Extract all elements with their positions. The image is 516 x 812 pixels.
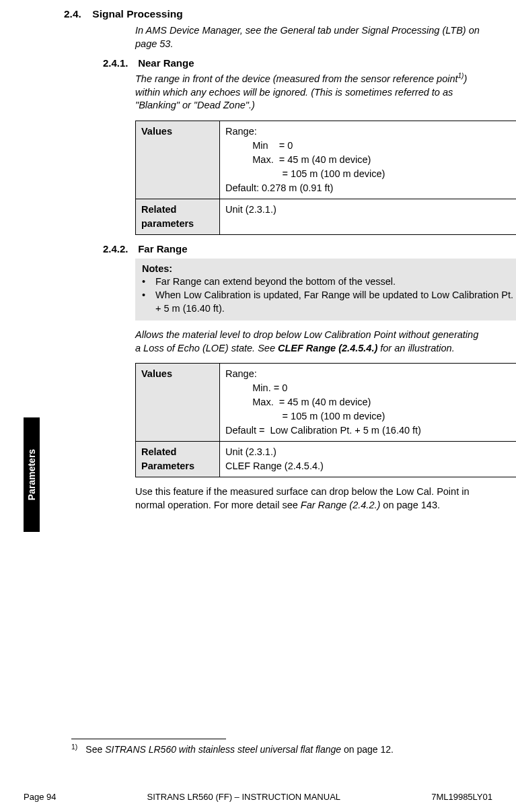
cell-values-label: Values: [136, 364, 220, 442]
heading-2-4-1: 2.4.1. Near Range: [103, 57, 492, 69]
note-item: •Far Range can extend beyond the bottom …: [142, 275, 516, 289]
heading-2-4-2: 2.4.2. Far Range: [103, 243, 492, 255]
heading-num: 2.4.1.: [103, 57, 135, 69]
after-2-4-2: Use this feature if the measured surface…: [135, 485, 486, 512]
cell-related-content: Unit (2.3.1.) CLEF Range (2.4.5.4.): [220, 442, 517, 477]
side-tab-label: Parameters: [26, 449, 37, 500]
bullet-icon: •: [142, 289, 155, 315]
footnote-1: 1) See SITRANS LR560 with stainless stee…: [71, 743, 516, 755]
heading-2-4: 2.4. Signal Processing: [64, 8, 492, 20]
heading-num: 2.4.: [64, 8, 89, 20]
heading-title: Near Range: [138, 57, 194, 69]
page-number: Page 94: [24, 792, 56, 802]
intro-2-4-2: Allows the material level to drop below …: [135, 329, 486, 355]
bullet-icon: •: [142, 275, 155, 289]
cell-related-content: Unit (2.3.1.): [220, 199, 517, 234]
heading-title: Far Range: [138, 243, 187, 255]
cell-related-label: Related parameters: [136, 199, 220, 234]
cell-values-label: Values: [136, 121, 220, 199]
cell-related-label: Related Parameters: [136, 442, 220, 477]
cell-values-content: Range: Min = 0 Max. = 45 m (40 m device)…: [220, 121, 517, 199]
note-item: •When Low Calibration is updated, Far Ra…: [142, 289, 516, 315]
intro-2-4-1: The range in front of the device (measur…: [135, 73, 486, 112]
side-tab-parameters: Parameters: [24, 417, 40, 532]
cell-values-content: Range: Min. = 0 Max. = 45 m (40 m device…: [220, 364, 517, 442]
notes-title: Notes:: [142, 263, 516, 276]
heading-title: Signal Processing: [92, 8, 182, 20]
table-far-range: Values Range: Min. = 0 Max. = 45 m (40 m…: [135, 363, 516, 477]
doc-code: 7ML19985LY01: [431, 792, 492, 802]
page-footer: Page 94 SITRANS LR560 (FF) – INSTRUCTION…: [0, 792, 516, 812]
heading-num: 2.4.2.: [103, 243, 135, 255]
notes-box: Notes: •Far Range can extend beyond the …: [135, 259, 516, 320]
intro-2-4: In AMS Device Manager, see the General t…: [135, 24, 486, 50]
doc-title: SITRANS LR560 (FF) – INSTRUCTION MANUAL: [56, 792, 431, 802]
footnote-separator: [71, 739, 226, 739]
table-near-range: Values Range: Min = 0 Max. = 45 m (40 m …: [135, 121, 516, 235]
